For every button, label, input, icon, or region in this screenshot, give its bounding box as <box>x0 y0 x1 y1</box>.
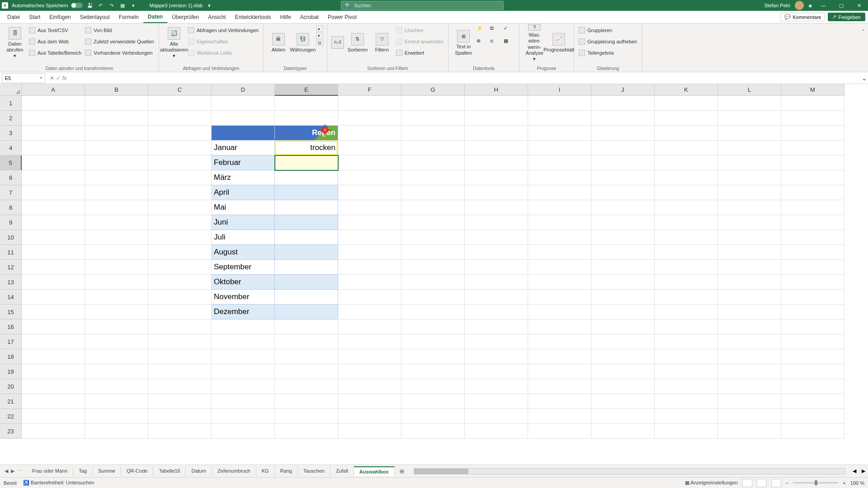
cell-C22[interactable] <box>148 409 212 424</box>
cell-M15[interactable] <box>781 305 844 319</box>
cell-G2[interactable] <box>401 111 465 126</box>
row-header[interactable]: 6 <box>0 170 22 185</box>
cell-D8[interactable]: Mai <box>212 200 275 215</box>
ribbon-item[interactable]: Zuletzt verwendete Quellen <box>84 37 155 47</box>
cell-J10[interactable] <box>591 230 655 245</box>
cell-B20[interactable] <box>85 379 148 394</box>
cell-F22[interactable] <box>338 409 401 424</box>
username[interactable]: Stefan Petri <box>764 3 790 8</box>
cell-G9[interactable] <box>401 215 465 230</box>
cell-M8[interactable] <box>781 200 844 215</box>
cell-G15[interactable] <box>401 305 465 319</box>
cell-A9[interactable] <box>22 215 85 230</box>
cell-A17[interactable] <box>22 334 85 349</box>
cell-J7[interactable] <box>591 185 655 200</box>
cell-A11[interactable] <box>22 245 85 260</box>
camera-icon[interactable]: ▦ <box>119 2 126 9</box>
cell-G17[interactable] <box>401 334 465 349</box>
ribbon-tab-seitenlayout[interactable]: Seitenlayout <box>75 11 114 23</box>
cell-D11[interactable]: August <box>212 245 275 260</box>
cell-C9[interactable] <box>148 215 212 230</box>
cell-H23[interactable] <box>465 424 528 439</box>
cell-M23[interactable] <box>781 424 844 439</box>
cell-I22[interactable] <box>528 409 591 424</box>
cell-E18[interactable] <box>275 349 338 364</box>
datatype-more-icon[interactable]: ⊟ <box>316 40 323 46</box>
cell-L7[interactable] <box>718 185 781 200</box>
cell-J12[interactable] <box>591 260 655 275</box>
row-header[interactable]: 21 <box>0 394 22 409</box>
cell-A20[interactable] <box>22 379 85 394</box>
sheet-nav-next-icon[interactable]: ▶ <box>11 468 14 474</box>
cell-F9[interactable] <box>338 215 401 230</box>
maximize-button[interactable]: ▢ <box>835 0 848 10</box>
cell-G3[interactable] <box>401 126 465 141</box>
page-break-view-button[interactable] <box>771 479 781 487</box>
cell-H5[interactable] <box>465 155 528 170</box>
cell-C23[interactable] <box>148 424 212 439</box>
cell-M22[interactable] <box>781 409 844 424</box>
share-button[interactable]: ↗ Freigeben <box>828 13 865 21</box>
cell-L5[interactable] <box>718 155 781 170</box>
cell-D18[interactable] <box>212 349 275 364</box>
zoom-in-button[interactable]: + <box>843 480 845 486</box>
cell-D14[interactable]: November <box>212 290 275 305</box>
row-header[interactable]: 20 <box>0 379 22 394</box>
cell-J1[interactable] <box>591 96 655 111</box>
cell-D5[interactable]: Februar <box>212 155 275 170</box>
cell-I6[interactable] <box>528 170 591 185</box>
ribbon-item[interactable]: Gruppierung aufheben <box>578 37 638 47</box>
name-box[interactable]: E5▾ <box>2 73 45 83</box>
cell-C14[interactable] <box>148 290 212 305</box>
cell-F6[interactable] <box>338 170 401 185</box>
cell-E2[interactable] <box>275 111 338 126</box>
whatif-button[interactable]: ？Was-wäre-wenn-Analyse ▾ <box>523 25 546 61</box>
cell-L6[interactable] <box>718 170 781 185</box>
cell-C10[interactable] <box>148 230 212 245</box>
cell-F21[interactable] <box>338 394 401 409</box>
sheet-tab[interactable]: Tag <box>73 466 93 476</box>
cell-H13[interactable] <box>465 275 528 290</box>
cell-B11[interactable] <box>85 245 148 260</box>
cell-H21[interactable] <box>465 394 528 409</box>
cell-L13[interactable] <box>718 275 781 290</box>
column-header[interactable]: H <box>465 84 528 96</box>
cell-F4[interactable] <box>338 141 401 155</box>
cell-A10[interactable] <box>22 230 85 245</box>
forecast-button[interactable]: 📈Prognoseblatt <box>547 25 570 61</box>
row-header[interactable]: 14 <box>0 290 22 305</box>
cell-G23[interactable] <box>401 424 465 439</box>
cell-J16[interactable] <box>591 319 655 334</box>
cell-C13[interactable] <box>148 275 212 290</box>
cell-B3[interactable] <box>85 126 148 141</box>
collapse-ribbon-icon[interactable]: ⌄ <box>861 26 865 32</box>
cell-F8[interactable] <box>338 200 401 215</box>
cell-M21[interactable] <box>781 394 844 409</box>
formula-input[interactable] <box>69 73 860 83</box>
cell-C6[interactable] <box>148 170 212 185</box>
cell-J20[interactable] <box>591 379 655 394</box>
cell-D7[interactable]: April <box>212 185 275 200</box>
ribbon-item[interactable]: Aus Text/CSV <box>28 25 82 35</box>
cell-G21[interactable] <box>401 394 465 409</box>
cell-D3[interactable] <box>212 126 275 141</box>
cell-B5[interactable] <box>85 155 148 170</box>
cell-M11[interactable] <box>781 245 844 260</box>
cell-G1[interactable] <box>401 96 465 111</box>
cell-B10[interactable] <box>85 230 148 245</box>
row-header[interactable]: 22 <box>0 409 22 424</box>
cell-C4[interactable] <box>148 141 212 155</box>
cell-D19[interactable] <box>212 364 275 379</box>
column-header[interactable]: I <box>528 84 591 96</box>
cell-B14[interactable] <box>85 290 148 305</box>
cell-D21[interactable] <box>212 394 275 409</box>
cell-F19[interactable] <box>338 364 401 379</box>
cell-L8[interactable] <box>718 200 781 215</box>
ribbon-tab-daten[interactable]: Daten <box>143 11 167 23</box>
ribbon-item[interactable]: Abfragen und Verbindungen <box>187 25 259 35</box>
cell-H4[interactable] <box>465 141 528 155</box>
cell-A4[interactable] <box>22 141 85 155</box>
cell-M16[interactable] <box>781 319 844 334</box>
cell-K13[interactable] <box>655 275 718 290</box>
cell-L9[interactable] <box>718 215 781 230</box>
